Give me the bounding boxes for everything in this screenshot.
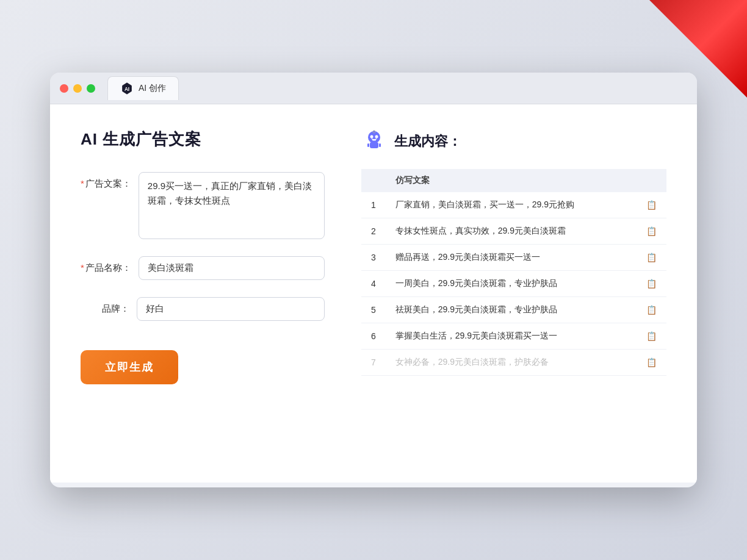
row-content: 一周美白，29.9元美白淡斑霜，专业护肤品 (386, 271, 630, 297)
traffic-lights (60, 84, 95, 93)
row-content: 女神必备，29.9元美白淡斑霜，护肤必备 (386, 350, 630, 376)
product-name-group: *产品名称： (81, 256, 325, 280)
robot-icon (361, 129, 387, 154)
col-num-header (361, 169, 386, 192)
row-content: 掌握美白生活，29.9元美白淡斑霜买一送一 (386, 323, 630, 350)
table-row: 4一周美白，29.9元美白淡斑霜，专业护肤品📋 (361, 271, 666, 297)
table-row: 1厂家直销，美白淡斑霜，买一送一，29.9元抢购📋 (361, 192, 666, 218)
table-row: 2专抹女性斑点，真实功效，29.9元美白淡斑霜📋 (361, 218, 666, 245)
row-number: 6 (361, 323, 386, 350)
svg-rect-3 (370, 142, 378, 148)
copy-button[interactable]: 📋 (630, 192, 666, 218)
row-content: 祛斑美白，29.9元美白淡斑霜，专业护肤品 (386, 297, 630, 323)
right-panel: 生成内容： 仿写文案 1厂家直销，美白淡斑霜，买一送一，29.9元抢购📋2专抹女… (361, 129, 666, 458)
ai-tab-icon: AI (120, 82, 134, 95)
minimize-button[interactable] (73, 84, 82, 93)
tab-label: AI 创作 (139, 83, 166, 94)
row-number: 7 (361, 350, 386, 376)
row-content: 专抹女性斑点，真实功效，29.9元美白淡斑霜 (386, 218, 630, 245)
product-name-label: *产品名称： (81, 256, 131, 274)
row-number: 5 (361, 297, 386, 323)
ad-copy-group: *广告文案： 29.9买一送一，真正的厂家直销，美白淡斑霜，专抹女性斑点 (81, 172, 325, 239)
product-name-required: * (81, 262, 84, 273)
copy-button[interactable]: 📋 (630, 323, 666, 350)
ad-copy-input[interactable]: 29.9买一送一，真正的厂家直销，美白淡斑霜，专抹女性斑点 (139, 172, 325, 239)
copy-button[interactable]: 📋 (630, 218, 666, 245)
table-header-row: 仿写文案 (361, 169, 666, 192)
brand-input[interactable] (137, 297, 325, 321)
ai-tab[interactable]: AI AI 创作 (107, 76, 179, 100)
main-content: AI 生成广告文案 *广告文案： 29.9买一送一，真正的厂家直销，美白淡斑霜，… (50, 104, 697, 483)
col-copy-header (630, 169, 666, 192)
row-number: 3 (361, 245, 386, 271)
browser-window: AI AI 创作 AI 生成广告文案 *广告文案： 29.9买一送一，真正的厂家… (50, 73, 697, 487)
page-title: AI 生成广告文案 (81, 129, 325, 150)
left-panel: AI 生成广告文案 *广告文案： 29.9买一送一，真正的厂家直销，美白淡斑霜，… (81, 129, 325, 458)
copy-button[interactable]: 📋 (630, 245, 666, 271)
svg-rect-9 (367, 143, 369, 147)
brand-label: 品牌： (81, 297, 129, 315)
col-content-header: 仿写文案 (386, 169, 630, 192)
copy-button[interactable]: 📋 (630, 297, 666, 323)
svg-point-4 (370, 135, 374, 138)
maximize-button[interactable] (87, 84, 95, 93)
ad-copy-label: *广告文案： (81, 172, 131, 190)
row-number: 2 (361, 218, 386, 245)
result-table: 仿写文案 1厂家直销，美白淡斑霜，买一送一，29.9元抢购📋2专抹女性斑点，真实… (361, 169, 666, 376)
row-content: 赠品再送，29.9元美白淡斑霜买一送一 (386, 245, 630, 271)
svg-point-8 (373, 131, 375, 133)
result-title: 生成内容： (394, 132, 461, 151)
svg-point-5 (375, 135, 378, 138)
product-name-input[interactable] (139, 256, 325, 280)
title-bar: AI AI 创作 (50, 73, 697, 104)
row-number: 4 (361, 271, 386, 297)
brand-group: 品牌： (81, 297, 325, 321)
result-header: 生成内容： (361, 129, 666, 154)
generate-button[interactable]: 立即生成 (81, 350, 178, 384)
table-row: 5祛斑美白，29.9元美白淡斑霜，专业护肤品📋 (361, 297, 666, 323)
table-row: 3赠品再送，29.9元美白淡斑霜买一送一📋 (361, 245, 666, 271)
copy-button[interactable]: 📋 (630, 350, 666, 376)
row-content: 厂家直销，美白淡斑霜，买一送一，29.9元抢购 (386, 192, 630, 218)
close-button[interactable] (60, 84, 68, 93)
svg-rect-10 (379, 143, 381, 147)
table-row: 7女神必备，29.9元美白淡斑霜，护肤必备📋 (361, 350, 666, 376)
copy-button[interactable]: 📋 (630, 271, 666, 297)
table-row: 6掌握美白生活，29.9元美白淡斑霜买一送一📋 (361, 323, 666, 350)
svg-text:AI: AI (125, 87, 129, 92)
ad-copy-required: * (81, 178, 84, 188)
row-number: 1 (361, 192, 386, 218)
